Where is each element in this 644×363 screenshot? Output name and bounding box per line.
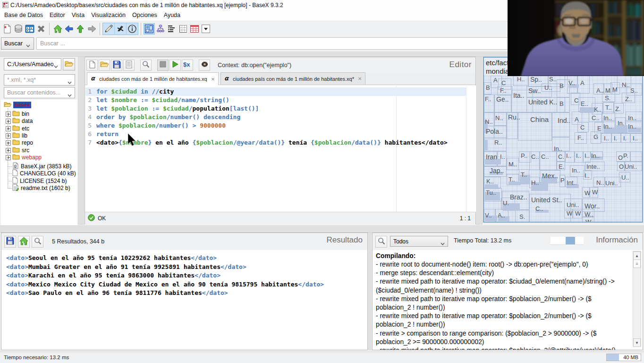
tree-expander[interactable]: [6, 112, 11, 117]
map-view-button[interactable]: [144, 23, 155, 35]
tree-folder-src[interactable]: src: [12, 147, 29, 154]
tree-folder-repo[interactable]: repo: [12, 139, 33, 147]
save-floppy-button[interactable]: [4, 236, 16, 248]
result-output[interactable]: <dato>Seoul en el año 95 tenía 10229262 …: [6, 254, 324, 298]
editor-tab-1[interactable]: αciudades país con más de 1 millón de ha…: [220, 72, 365, 85]
tree-file-1[interactable]: CHANGELOG (40 kB): [12, 170, 76, 177]
scroll-up-button[interactable]: ▲: [633, 251, 641, 260]
menu-vista[interactable]: Vista: [68, 10, 88, 20]
result-line-1: <dato>Mumbai Greater en el año 91 tenía …: [6, 263, 324, 272]
map-label: C..: [541, 153, 549, 160]
table-blue-button[interactable]: [24, 23, 35, 35]
list-view-button[interactable]: [166, 23, 178, 35]
info-filter-combo[interactable]: Todos: [390, 236, 448, 247]
file-filter-combo[interactable]: *.xml, *.xq*: [4, 74, 75, 86]
bottom-splitter[interactable]: [0, 225, 644, 233]
magnifier-button[interactable]: [32, 236, 43, 248]
folder-open-button[interactable]: [99, 60, 110, 71]
pencil-icon: [104, 24, 113, 34]
map-label: I..: [500, 153, 505, 160]
editor-scrollbar[interactable]: [466, 86, 476, 212]
treemap[interactable]: ACBF..F..Ge..Ita..H..Sp..S..U..Sw..Unite…: [484, 76, 642, 222]
browse-folder-button[interactable]: [63, 58, 75, 70]
map-label: V..: [568, 79, 576, 86]
map-label: A: [493, 77, 498, 84]
tree-view-button[interactable]: [155, 23, 166, 35]
grid-view-button[interactable]: [178, 23, 189, 35]
tree-folder-etc[interactable]: etc: [12, 125, 29, 132]
map-cell[interactable]: [552, 112, 570, 137]
tab-close-icon[interactable]: ✕: [358, 76, 362, 81]
arrow-up-button[interactable]: [75, 23, 86, 35]
scroll-thumb[interactable]: ≡: [633, 259, 641, 268]
table-red-button[interactable]: [189, 23, 200, 35]
tree-folder-data[interactable]: data: [12, 117, 33, 125]
new-file-button[interactable]: *: [1, 23, 13, 35]
menu-opciones[interactable]: Opciones: [129, 10, 161, 20]
tree-expander[interactable]: [6, 119, 11, 124]
memory-indicator[interactable]: 40 MB: [606, 354, 641, 361]
menu-visualización[interactable]: Visualización: [88, 10, 129, 20]
save-floppy-button[interactable]: [111, 60, 122, 71]
tree-folder-webapp[interactable]: webapp: [12, 154, 42, 161]
menu-ayuda[interactable]: Ayuda: [161, 10, 184, 20]
total-time-label: Tiempo Total: 13.2 ms: [454, 237, 511, 244]
tree-expander[interactable]: [6, 148, 11, 153]
map-cell[interactable]: [630, 151, 642, 162]
result-panel-title: Resultado: [326, 235, 363, 245]
close-x-button[interactable]: [35, 23, 47, 35]
tab-close-icon[interactable]: ✕: [211, 77, 215, 82]
dollar-x-button[interactable]: $x: [182, 60, 193, 71]
info-output[interactable]: Compilando:- rewrite root to document-no…: [376, 252, 633, 350]
tree-expander[interactable]: [6, 140, 11, 146]
map-label: C.: [558, 153, 564, 160]
tree-root-basex[interactable]: basex: [4, 101, 31, 109]
info-panel-title: Información: [596, 235, 638, 245]
tree-file-2[interactable]: LICENSE (1524 b): [12, 177, 67, 185]
scroll-down-button[interactable]: ▼: [633, 338, 641, 347]
doc-lines-button[interactable]: [123, 60, 135, 71]
tree-folder-lib[interactable]: lib: [12, 132, 27, 139]
code-area[interactable]: 1for $ciudad in //city2let $nombre := $c…: [85, 86, 466, 212]
tree-file-3[interactable]: readme.txt (1602 b): [12, 184, 70, 192]
database-button[interactable]: [13, 23, 24, 35]
tree-folder-bin[interactable]: bin: [12, 110, 29, 118]
stop-square-button[interactable]: [157, 60, 169, 71]
info-scrollbar[interactable]: ▲≡▼: [633, 251, 641, 346]
tree-expander[interactable]: [6, 155, 11, 160]
pencil-button[interactable]: [103, 23, 115, 35]
magnifier-button[interactable]: [375, 236, 387, 248]
editor-tab-0[interactable]: αciudades con más de 1 millón de habitan…: [87, 72, 219, 85]
token: $nombre: [111, 96, 137, 104]
editor-toolbar: $xContext: db:open("ejemplo"): [85, 57, 475, 73]
menu-base-de-datos[interactable]: Base de Datos: [1, 10, 46, 20]
token: $poblacion: [119, 122, 155, 129]
new-file-plain-button[interactable]: [86, 60, 98, 71]
tree-file-0[interactable]: BaseX.jar (3853 kB): [12, 163, 71, 170]
right-splitter[interactable]: [476, 57, 483, 225]
search-scope-combo[interactable]: Buscar: [1, 37, 34, 50]
home-button[interactable]: [52, 23, 63, 35]
slash-glyph-button[interactable]: [115, 23, 127, 35]
info-filter-value: Todos: [393, 238, 408, 245]
folder-closed-icon: [12, 132, 20, 139]
arrow-back-button[interactable]: [63, 23, 75, 35]
info-circle-button[interactable]: [127, 23, 138, 35]
bottom-mid-splitter[interactable]: [368, 233, 372, 350]
arrow-forward-button[interactable]: [86, 23, 97, 35]
path-combo[interactable]: C:/Users/Amadeo/D: [4, 58, 61, 70]
content-search-combo[interactable]: Buscar contenidos...: [4, 87, 75, 98]
magnifier-button[interactable]: [140, 60, 152, 71]
map-label: Ge..: [496, 95, 508, 103]
progress-indicator: [551, 237, 584, 245]
package-button[interactable]: [199, 60, 210, 71]
tree-label: webapp: [22, 154, 42, 161]
context-label: Context: db:open("ejemplo"): [218, 62, 291, 69]
dropdown-box-button[interactable]: [200, 23, 212, 35]
home-button[interactable]: [18, 236, 30, 248]
menu-editor[interactable]: Editor: [46, 10, 68, 20]
tree-expander[interactable]: [6, 133, 11, 138]
tree-expander[interactable]: [6, 126, 11, 131]
left-splitter[interactable]: [77, 57, 85, 225]
play-button[interactable]: [169, 60, 181, 71]
